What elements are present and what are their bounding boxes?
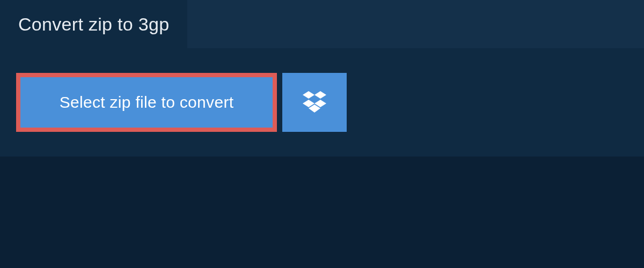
tab-label: Convert zip to 3gp <box>18 14 169 35</box>
tab-convert[interactable]: Convert zip to 3gp <box>0 0 187 48</box>
dropbox-button[interactable] <box>282 73 347 132</box>
select-file-button[interactable]: Select zip file to convert <box>20 77 273 128</box>
content-panel: Select zip file to convert <box>0 48 644 157</box>
select-file-label: Select zip file to convert <box>60 93 234 111</box>
select-file-highlight: Select zip file to convert <box>16 73 277 132</box>
tab-bar: Convert zip to 3gp <box>0 0 644 48</box>
dropbox-icon <box>303 91 326 114</box>
file-select-row: Select zip file to convert <box>16 73 628 132</box>
